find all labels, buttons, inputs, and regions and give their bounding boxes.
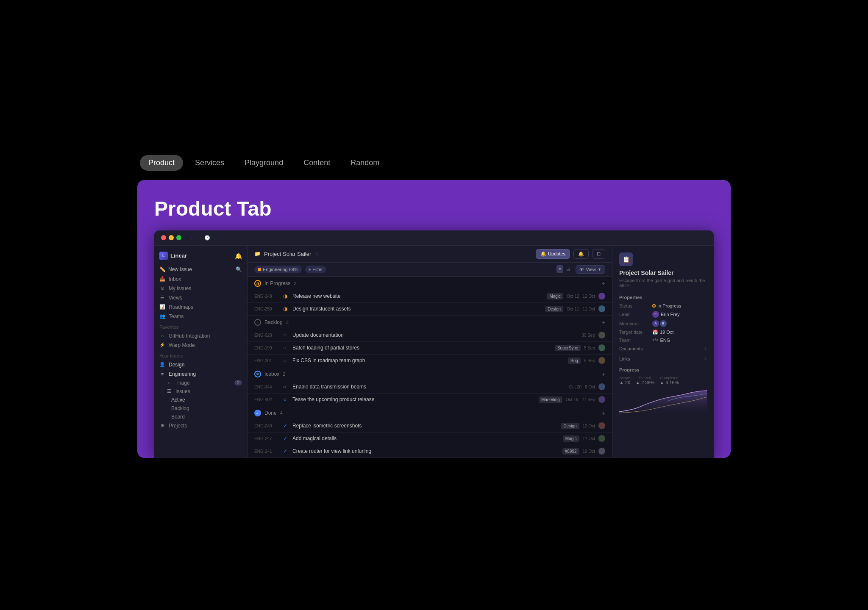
clock-icon[interactable]: 🕐: [204, 235, 210, 241]
sidebar-item-warp[interactable]: ⚡ Warp Mode: [154, 341, 247, 350]
target-date-row: Target date 📅 19 Oct: [619, 330, 707, 335]
backlog-count: 3: [286, 320, 289, 325]
add-backlog-button[interactable]: +: [602, 319, 605, 326]
documents-label: Documents: [619, 346, 643, 351]
sidebar-item-issues[interactable]: ☰ Issues: [154, 387, 247, 396]
list-view-icon[interactable]: ≡: [556, 265, 563, 273]
close-button[interactable]: [161, 235, 166, 240]
sidebar-item-active[interactable]: Active: [154, 396, 247, 404]
table-row[interactable]: ENG-199 ○ Batch loading of partial store…: [248, 342, 612, 355]
minimize-button[interactable]: [169, 235, 174, 240]
sidebar-item-backlog[interactable]: Backlog: [154, 404, 247, 413]
sidebar-item-github[interactable]: ○ GitHub Integration: [154, 331, 247, 341]
backlog-group-label: Backlog: [264, 319, 283, 325]
main-content: 📁 Project Solar Sailer ☆ 🔔 Updates 🔔 ⊟: [248, 246, 612, 458]
add-link-button[interactable]: +: [704, 355, 707, 362]
star-icon[interactable]: ☆: [314, 251, 319, 257]
view-label: View: [586, 267, 596, 272]
group-backlog[interactable]: ○ Backlog 3 +: [248, 316, 612, 329]
add-done-button[interactable]: +: [602, 410, 605, 416]
new-issue-button[interactable]: ✏️ New Issue 🔍: [154, 264, 247, 274]
tab-random[interactable]: Random: [342, 155, 388, 171]
sidebar-item-roadmaps[interactable]: 📊 Roadmaps: [154, 302, 247, 312]
table-row[interactable]: ENG-201 ○ Fix CSS in roadmap team graph …: [248, 355, 612, 367]
teams-icon: 👥: [159, 313, 165, 319]
avatar: [598, 422, 605, 429]
updates-button[interactable]: 🔔 Updates: [536, 249, 570, 259]
sidebar-item-views[interactable]: ☰ Views: [154, 293, 247, 302]
table-row[interactable]: ENG-028 ○ Update documentation 30 Sep: [248, 329, 612, 342]
my-issues-label: My issues: [169, 286, 191, 291]
add-document-button[interactable]: +: [704, 345, 707, 352]
tab-services[interactable]: Services: [186, 155, 233, 171]
forward-icon[interactable]: →: [197, 235, 202, 240]
lead-avatar: E: [652, 311, 659, 318]
issue-tag: SuperSync: [555, 345, 581, 351]
target-date-value: 📅 19 Oct: [652, 330, 673, 335]
sidebar-team-design[interactable]: 👤 Design: [154, 360, 247, 369]
filter-bar: Engineering 89% + Filter ≡ ⊞ 👁 View: [248, 263, 612, 277]
issue-date2: 27 Sep: [581, 397, 595, 402]
back-icon[interactable]: ←: [190, 235, 195, 240]
table-row[interactable]: ENG-402 ○ Tease the upcoming product rel…: [248, 394, 612, 406]
sidebar-item-board[interactable]: Board: [154, 413, 247, 421]
notification-settings-button[interactable]: 🔔: [573, 249, 589, 259]
grid-view-icon[interactable]: ⊞: [564, 265, 572, 273]
sidebar-item-triage[interactable]: ○ Triage 2: [154, 379, 247, 387]
done-icon: ✓: [254, 410, 261, 416]
board-label: Board: [171, 414, 185, 420]
issue-id: ENG-402: [254, 397, 280, 402]
status-icebox-icon: ○: [283, 396, 289, 402]
progress-label: Progress: [619, 367, 707, 372]
issue-id: ENG-344: [254, 385, 280, 389]
issue-title: Design translucent assets: [292, 306, 542, 312]
tab-playground[interactable]: Playground: [236, 155, 292, 171]
issue-date: 5 Sep: [584, 346, 595, 350]
table-row[interactable]: ENG-248 ◑ Release new website Magic Oct …: [248, 290, 612, 303]
team-value: </> ENG: [652, 338, 670, 343]
notification-icon[interactable]: 🔔: [235, 252, 242, 259]
completed-stat: Completed ▲ 4 16%: [659, 376, 679, 385]
table-row[interactable]: ENG-247 ✓ Add magical details Magic 11 O…: [248, 433, 612, 445]
sidebar-item-teams[interactable]: 👥 Teams: [154, 312, 247, 321]
in-progress-icon: ◑: [254, 280, 261, 287]
in-progress-label: In Progress: [264, 280, 290, 286]
sidebar-item-my-issues[interactable]: ⊙ My issues: [154, 284, 247, 293]
sidebar-team-engineering[interactable]: ≡ Engineering: [154, 369, 247, 379]
sidebar-header: L Linear 🔔: [154, 249, 247, 263]
backlog-icon: ○: [254, 319, 261, 326]
member-avatar-1: A: [652, 320, 659, 327]
tab-content[interactable]: Content: [295, 155, 339, 171]
issue-date: 5 Sep: [584, 358, 595, 363]
table-row[interactable]: ENG-344 ○ Enable data transmission beams…: [248, 381, 612, 394]
layout-button[interactable]: ⊟: [592, 249, 605, 259]
progress-stats: Scope ▲ 20 Started ▲ 2 38% Completed ▲ 4…: [619, 376, 707, 385]
table-row[interactable]: ENG-249 ✓ Replace isometric screenshots …: [248, 420, 612, 433]
projects-label: Projects: [169, 423, 187, 429]
table-row[interactable]: ENG-241 ✓ Create router for view link un…: [248, 445, 612, 458]
group-done[interactable]: ✓ Done 4 +: [248, 406, 612, 420]
sidebar-item-inbox[interactable]: 📥 Inbox: [154, 274, 247, 284]
sidebar-item-projects[interactable]: ⊞ Projects: [154, 421, 247, 430]
group-in-progress[interactable]: ◑ In Progress 2 +: [248, 277, 612, 290]
issues-icon: ⊙: [159, 286, 165, 291]
new-issue-label: New Issue: [168, 266, 192, 272]
issue-tag: Magic: [563, 435, 579, 442]
add-icebox-button[interactable]: +: [602, 371, 605, 377]
add-in-progress-button[interactable]: +: [602, 280, 605, 287]
table-row[interactable]: ENG-250 ◑ Design translucent assets Desi…: [248, 303, 612, 316]
view-button[interactable]: 👁 View ▼: [576, 265, 605, 274]
in-progress-count: 2: [294, 281, 296, 286]
scope-value: ▲ 20: [619, 380, 630, 385]
view-icon: 👁: [579, 267, 584, 272]
started-label: Started: [635, 376, 654, 380]
favorites-section: Favorites: [154, 321, 247, 331]
tab-bar: Product Services Playground Content Rand…: [137, 152, 390, 173]
engineering-filter[interactable]: Engineering 89%: [254, 266, 302, 273]
add-filter-button[interactable]: + Filter: [305, 266, 326, 273]
maximize-button[interactable]: [176, 235, 181, 240]
search-icon[interactable]: 🔍: [236, 266, 242, 272]
group-icebox[interactable]: ❄ Icebox 2 +: [248, 367, 612, 381]
tab-product[interactable]: Product: [140, 155, 183, 171]
started-stat: Started ▲ 2 38%: [635, 376, 654, 385]
